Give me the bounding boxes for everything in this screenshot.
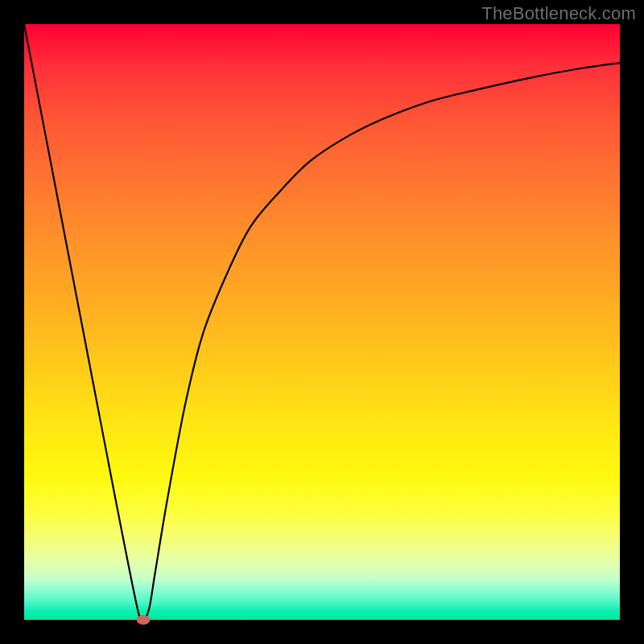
plot-area — [24, 24, 620, 620]
minimum-marker — [137, 615, 151, 625]
watermark-text: TheBottleneck.com — [481, 3, 636, 24]
bottleneck-curve — [24, 24, 620, 622]
curve-svg — [24, 24, 620, 620]
chart-frame: TheBottleneck.com — [0, 0, 644, 644]
